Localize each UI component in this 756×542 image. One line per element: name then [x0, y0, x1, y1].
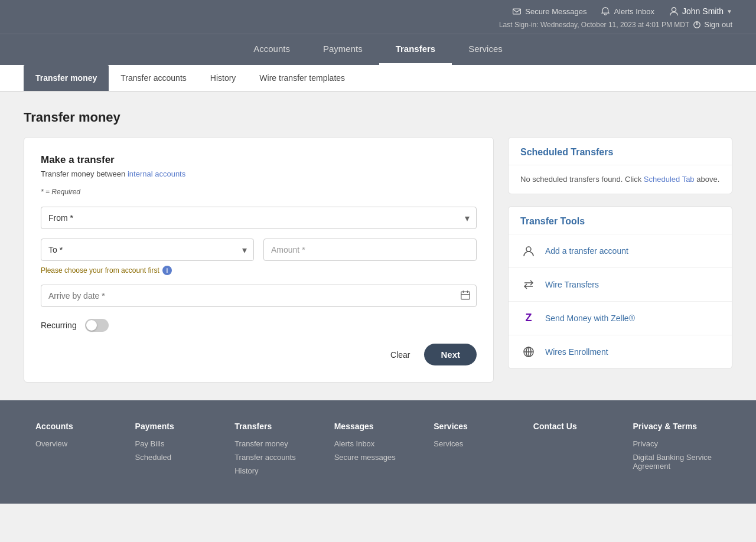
transfer-tools-panel: Transfer Tools Add a transfer account — [508, 206, 732, 369]
footer-heading-services: Services — [434, 422, 522, 431]
to-select-wrapper: To * ▾ — [41, 239, 254, 261]
footer-col-services: Services Services — [434, 422, 522, 480]
subnav-wire-templates[interactable]: Wire transfer templates — [247, 65, 357, 91]
arrows-icon — [520, 276, 537, 293]
footer-col-contact: Contact Us — [533, 422, 621, 480]
amount-input[interactable] — [263, 239, 477, 261]
transfer-form-card: Make a transfer Transfer money between i… — [24, 137, 494, 383]
send-money-zelle-label: Send Money with Zelle® — [545, 314, 635, 323]
footer-grid: Accounts Overview Payments Pay Bills Sch… — [35, 422, 721, 480]
clear-button[interactable]: Clear — [390, 350, 410, 360]
chevron-down-icon: ▼ — [726, 8, 732, 15]
add-transfer-account-link[interactable]: Add a transfer account — [509, 234, 732, 268]
user-menu[interactable]: John Smith ▼ — [669, 6, 732, 17]
footer-heading-payments: Payments — [135, 422, 223, 431]
footer-heading-transfers: Transfers — [234, 422, 322, 431]
nav-accounts[interactable]: Accounts — [237, 34, 307, 65]
date-field-row — [41, 285, 477, 307]
mail-icon — [512, 6, 522, 16]
wire-transfers-link[interactable]: Wire Transfers — [509, 268, 732, 302]
svg-rect-4 — [461, 292, 470, 299]
scheduled-tab-link[interactable]: Scheduled Tab — [644, 175, 695, 184]
info-icon[interactable]: i — [162, 266, 172, 275]
person-icon — [520, 243, 537, 259]
power-icon — [693, 21, 701, 29]
nav-services[interactable]: Services — [452, 34, 519, 65]
footer-heading-messages: Messages — [334, 422, 422, 431]
page-title: Transfer money — [24, 110, 732, 125]
nav-transfers[interactable]: Transfers — [379, 34, 452, 65]
globe-icon — [520, 344, 537, 360]
svg-point-8 — [526, 247, 531, 252]
content-grid: Make a transfer Transfer money between i… — [24, 137, 732, 383]
subnav-transfer-money[interactable]: Transfer money — [24, 65, 109, 91]
from-field-row: From * ▾ — [41, 207, 477, 229]
footer-heading-accounts: Accounts — [35, 422, 123, 431]
footer-col-messages: Messages Alerts Inbox Secure messages — [334, 422, 422, 480]
to-select[interactable]: To * — [41, 239, 254, 261]
footer-link-paybills[interactable]: Pay Bills — [135, 439, 223, 448]
from-select-wrapper: From * ▾ — [41, 207, 477, 229]
footer-link-transfer-money[interactable]: Transfer money — [234, 439, 322, 448]
svg-rect-0 — [513, 9, 521, 14]
wire-transfers-label: Wire Transfers — [545, 280, 599, 289]
next-button[interactable]: Next — [424, 344, 477, 365]
calendar-icon[interactable] — [460, 290, 471, 302]
date-input-wrapper — [41, 285, 477, 307]
arrive-by-date-input[interactable] — [41, 285, 477, 307]
footer-link-digital-banking[interactable]: Digital Banking Service Agreement — [633, 453, 721, 471]
transfer-tools-title: Transfer Tools — [509, 207, 732, 234]
internal-accounts-link[interactable]: internal accounts — [128, 169, 185, 178]
form-heading: Make a transfer — [41, 154, 477, 166]
footer-col-accounts: Accounts Overview — [35, 422, 123, 480]
from-select[interactable]: From * — [41, 207, 477, 229]
scheduled-transfers-title: Scheduled Transfers — [509, 138, 732, 165]
footer-link-alerts[interactable]: Alerts Inbox — [334, 439, 422, 448]
footer-col-transfers: Transfers Transfer money Transfer accoun… — [234, 422, 322, 480]
no-transfers-message: No scheduled transfers found. Click Sche… — [520, 174, 720, 185]
top-bar: Secure Messages Alerts Inbox John Smith … — [0, 0, 756, 34]
recurring-toggle[interactable] — [85, 319, 109, 332]
footer-link-services[interactable]: Services — [434, 439, 522, 448]
to-amount-row: To * ▾ — [41, 239, 477, 261]
bell-icon — [601, 6, 610, 16]
form-hint: Please choose your from account first i — [41, 266, 477, 275]
to-field-wrapper: To * ▾ — [41, 239, 254, 261]
secure-messages-link[interactable]: Secure Messages — [512, 6, 586, 16]
subnav-history[interactable]: History — [198, 65, 248, 91]
wires-enrollment-label: Wires Enrollment — [545, 347, 608, 357]
right-panel: Scheduled Transfers No scheduled transfe… — [508, 137, 732, 383]
footer-link-privacy[interactable]: Privacy — [633, 439, 721, 448]
required-note: * = Required — [41, 188, 477, 196]
add-transfer-account-label: Add a transfer account — [545, 246, 628, 256]
amount-field-wrapper — [263, 239, 477, 261]
footer-heading-contact: Contact Us — [533, 422, 621, 431]
nav-payments[interactable]: Payments — [307, 34, 379, 65]
page-content: Transfer money Make a transfer Transfer … — [0, 92, 756, 400]
footer: Accounts Overview Payments Pay Bills Sch… — [0, 400, 756, 504]
footer-col-payments: Payments Pay Bills Scheduled — [135, 422, 223, 480]
wires-enrollment-link[interactable]: Wires Enrollment — [509, 335, 732, 368]
footer-link-scheduled[interactable]: Scheduled — [135, 453, 223, 462]
zelle-icon: Z — [520, 310, 537, 326]
subnav-transfer-accounts[interactable]: Transfer accounts — [109, 65, 198, 91]
scheduled-transfers-panel: Scheduled Transfers No scheduled transfe… — [508, 137, 732, 194]
sub-navigation: Transfer money Transfer accounts History… — [0, 65, 756, 92]
user-icon — [669, 6, 679, 17]
footer-link-overview[interactable]: Overview — [35, 439, 123, 448]
scheduled-transfers-body: No scheduled transfers found. Click Sche… — [509, 165, 732, 194]
recurring-label: Recurring — [41, 321, 77, 330]
footer-link-history[interactable]: History — [234, 466, 322, 475]
footer-heading-privacy: Privacy & Terms — [633, 422, 721, 431]
last-signin-text: Last Sign-in: Wednesday, October 11, 202… — [499, 21, 689, 29]
footer-link-transfer-accounts[interactable]: Transfer accounts — [234, 453, 322, 462]
main-navigation: Accounts Payments Transfers Services — [0, 34, 756, 65]
sign-out-button[interactable]: Sign out — [693, 20, 732, 29]
footer-link-secure-messages[interactable]: Secure messages — [334, 453, 422, 462]
recurring-row: Recurring — [41, 319, 477, 332]
form-subtitle: Transfer money between internal accounts — [41, 169, 477, 178]
send-money-zelle-link[interactable]: Z Send Money with Zelle® — [509, 302, 732, 335]
footer-col-privacy: Privacy & Terms Privacy Digital Banking … — [633, 422, 721, 480]
alerts-inbox-link[interactable]: Alerts Inbox — [601, 6, 654, 16]
svg-point-1 — [672, 8, 676, 12]
